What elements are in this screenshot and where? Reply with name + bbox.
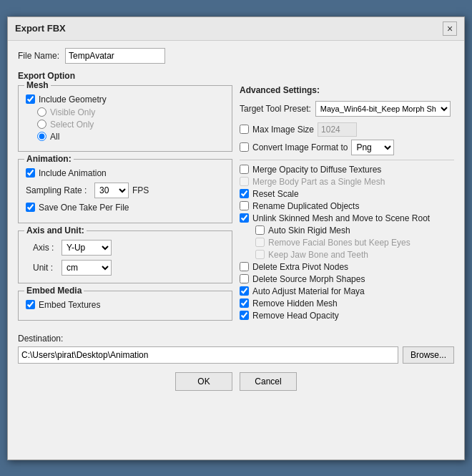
close-icon: ×: [447, 23, 453, 34]
include-geometry-label: Include Geometry: [39, 94, 107, 105]
include-geometry-row: Include Geometry: [26, 94, 225, 105]
convert-image-checkbox[interactable]: [240, 142, 249, 152]
reset-scale-label: Reset Scale: [252, 189, 299, 199]
remove-hidden-mesh-checkbox[interactable]: [240, 298, 249, 308]
merge-opacity-label: Merge Opacity to Diffuse Textures: [252, 165, 381, 175]
axis-row: Axis : Y-Up X-Up Z-Up: [33, 240, 225, 256]
mesh-group-title: Mesh: [24, 80, 51, 90]
embed-textures-checkbox[interactable]: [26, 300, 35, 309]
browse-button[interactable]: Browse...: [403, 346, 454, 364]
delete-extra-pivot-row: Delete Extra Pivot Nodes: [240, 262, 454, 272]
sampling-rate-select[interactable]: 30 24 60: [94, 183, 129, 198]
all-row: All: [37, 132, 225, 142]
delete-extra-pivot-label: Delete Extra Pivot Nodes: [252, 262, 348, 272]
animation-group: Animation: Include Animation Sampling Ra…: [18, 159, 232, 223]
unlink-skinned-row: Unlink Skinned Mesh and Move to Scene Ro…: [240, 213, 454, 223]
remove-facial-row: Remove Facial Bones but Keep Eyes: [255, 238, 454, 248]
axis-select[interactable]: Y-Up X-Up Z-Up: [62, 240, 112, 256]
advanced-settings-title: Advanced Settings:: [240, 85, 454, 95]
embed-media-title: Embed Media: [24, 286, 84, 296]
remove-head-opacity-label: Remove Head Opacity: [252, 311, 339, 321]
merge-opacity-row: Merge Opacity to Diffuse Textures: [240, 165, 454, 175]
keep-jaw-row: Keep Jaw Bone and Teeth: [255, 250, 454, 260]
embed-media-group: Embed Media Embed Textures: [18, 291, 232, 321]
include-animation-row: Include Animation: [26, 168, 225, 178]
convert-image-label: Convert Image Format to: [252, 142, 348, 152]
auto-adjust-material-row: Auto Adjust Material for Maya: [240, 286, 454, 296]
destination-row: Browse...: [18, 346, 454, 364]
keep-jaw-checkbox[interactable]: [255, 250, 265, 259]
remove-hidden-mesh-label: Remove Hidden Mesh: [252, 298, 338, 309]
visible-only-label: Visible Only: [50, 107, 95, 117]
all-radio[interactable]: [37, 132, 46, 141]
max-image-size-label: Max Image Size: [252, 125, 314, 135]
visible-only-radio[interactable]: [37, 107, 46, 117]
rename-duplicated-checkbox[interactable]: [240, 201, 249, 210]
include-animation-checkbox[interactable]: [26, 168, 35, 178]
delete-extra-pivot-checkbox[interactable]: [240, 262, 249, 271]
unit-label: Unit :: [33, 263, 62, 273]
reset-scale-row: Reset Scale: [240, 189, 454, 199]
right-panel: Advanced Settings: Target Tool Preset: M…: [240, 85, 454, 328]
sampling-rate-label: Sampling Rate :: [26, 185, 90, 195]
include-animation-label: Include Animation: [39, 168, 107, 178]
delete-source-morph-label: Delete Source Morph Shapes: [252, 274, 365, 284]
auto-skin-rigid-checkbox[interactable]: [255, 225, 265, 235]
unlink-skinned-label: Unlink Skinned Mesh and Move to Scene Ro…: [252, 213, 430, 223]
save-one-take-checkbox[interactable]: [26, 203, 35, 212]
ok-button[interactable]: OK: [175, 372, 232, 391]
fps-label: FPS: [132, 185, 149, 195]
max-image-size-row: Max Image Size: [240, 122, 454, 137]
keep-jaw-label: Keep Jaw Bone and Teeth: [268, 250, 368, 260]
select-only-label: Select Only: [50, 120, 94, 130]
merge-opacity-checkbox[interactable]: [240, 165, 249, 174]
animation-group-content: Include Animation Sampling Rate : 30 24 …: [26, 168, 225, 213]
auto-adjust-material-checkbox[interactable]: [240, 286, 249, 296]
dialog-content: File Name: Export Option Mesh Include Ge…: [8, 41, 464, 405]
destination-label: Destination:: [18, 334, 454, 344]
axis-unit-group: Axis and Unit: Axis : Y-Up X-Up Z-Up Uni…: [18, 230, 232, 283]
animation-group-title: Animation:: [24, 154, 74, 164]
mesh-radio-group: Visible Only Select Only All: [37, 107, 225, 142]
rename-duplicated-label: Rename Duplicated Objects: [252, 201, 359, 211]
target-tool-label: Target Tool Preset:: [240, 104, 311, 114]
convert-image-select[interactable]: Png Jpg Tga: [351, 140, 394, 155]
unit-select[interactable]: cm mm m km in ft: [62, 260, 112, 276]
footer-buttons: OK Cancel: [18, 372, 454, 398]
all-label: All: [50, 132, 59, 142]
embed-media-content: Embed Textures: [26, 300, 225, 310]
reset-scale-checkbox[interactable]: [240, 189, 249, 198]
remove-head-opacity-checkbox[interactable]: [240, 311, 249, 320]
file-name-label: File Name:: [18, 51, 59, 61]
axis-label: Axis :: [33, 243, 62, 253]
remove-facial-checkbox[interactable]: [255, 238, 265, 247]
select-only-row: Select Only: [37, 120, 225, 130]
title-bar: Export FBX ×: [8, 17, 464, 41]
target-tool-select[interactable]: Maya_Win64-bit_Keep Morph Sh 3ds Max Uni…: [315, 101, 451, 117]
max-image-size-checkbox[interactable]: [240, 125, 249, 134]
embed-textures-label: Embed Textures: [39, 300, 101, 310]
max-image-size-input[interactable]: [318, 122, 357, 137]
close-button[interactable]: ×: [443, 21, 457, 36]
merge-body-part-row: Merge Body Part as a Single Mesh: [240, 177, 454, 187]
remove-hidden-mesh-row: Remove Hidden Mesh: [240, 298, 454, 309]
file-name-input[interactable]: [65, 48, 165, 64]
delete-source-morph-checkbox[interactable]: [240, 274, 249, 283]
visible-only-row: Visible Only: [37, 107, 225, 117]
cancel-button[interactable]: Cancel: [240, 372, 297, 391]
mesh-group-content: Include Geometry Visible Only Select Onl…: [26, 94, 225, 142]
unlink-skinned-checkbox[interactable]: [240, 213, 249, 223]
sampling-rate-row: Sampling Rate : 30 24 60 FPS: [26, 183, 225, 198]
destination-input[interactable]: [18, 346, 398, 364]
rename-duplicated-row: Rename Duplicated Objects: [240, 201, 454, 211]
target-tool-row: Target Tool Preset: Maya_Win64-bit_Keep …: [240, 101, 454, 117]
delete-source-morph-row: Delete Source Morph Shapes: [240, 274, 454, 284]
select-only-radio[interactable]: [37, 120, 46, 129]
destination-section: Destination: Browse...: [18, 334, 454, 364]
merge-body-part-checkbox[interactable]: [240, 177, 249, 186]
include-geometry-checkbox[interactable]: [26, 94, 35, 104]
unit-row: Unit : cm mm m km in ft: [33, 260, 225, 276]
convert-image-row: Convert Image Format to Png Jpg Tga: [240, 140, 454, 155]
left-panel: Mesh Include Geometry Visible Only: [18, 85, 232, 328]
merge-body-part-label: Merge Body Part as a Single Mesh: [252, 177, 385, 187]
